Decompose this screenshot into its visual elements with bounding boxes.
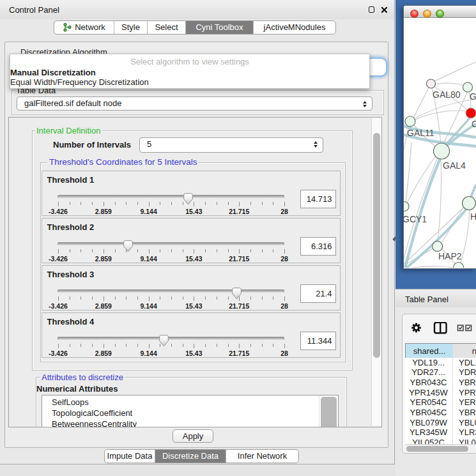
- svg-text:H: H: [470, 211, 476, 222]
- svg-text:HAP2: HAP2: [438, 251, 462, 261]
- svg-text:GAL11: GAL11: [407, 128, 434, 138]
- svg-text:GAL80: GAL80: [470, 91, 476, 102]
- svg-text:GAL80: GAL80: [433, 89, 461, 100]
- svg-text:CD: CD: [472, 119, 476, 129]
- svg-text:GAL4: GAL4: [443, 160, 466, 171]
- svg-text:GCY1: GCY1: [404, 214, 427, 224]
